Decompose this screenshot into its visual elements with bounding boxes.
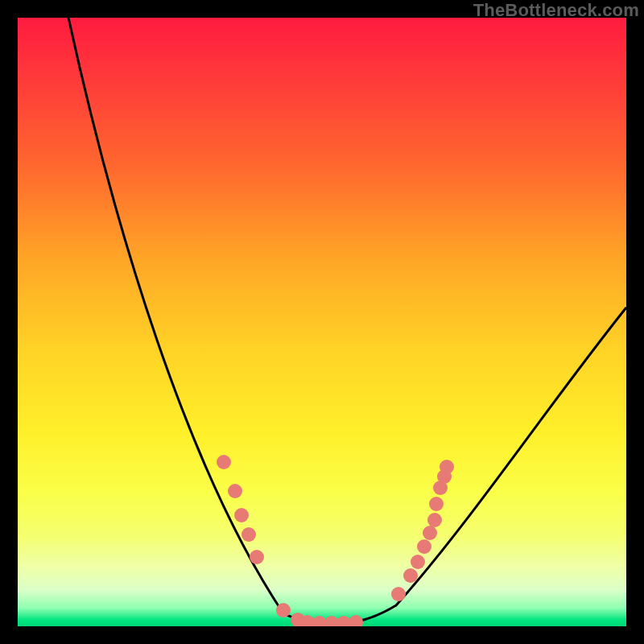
data-dot [234, 508, 249, 522]
data-dot [403, 568, 418, 583]
data-dot [349, 615, 363, 626]
data-dot [440, 460, 454, 474]
data-dot [242, 527, 256, 542]
chart-svg [18, 18, 626, 626]
data-dot [423, 526, 437, 540]
data-dots [217, 455, 454, 626]
data-dot [228, 484, 242, 498]
data-dot [417, 539, 431, 554]
watermark-text: TheBottleneck.com [473, 0, 639, 21]
data-dot [427, 513, 442, 527]
data-dot [391, 587, 406, 601]
data-dot [411, 555, 425, 569]
plot-area [18, 18, 626, 626]
curve-left [68, 18, 336, 623]
curve-right [336, 308, 626, 623]
data-dot [217, 455, 231, 469]
data-dot [276, 603, 291, 617]
data-dot [429, 497, 444, 511]
data-dot [250, 550, 264, 564]
